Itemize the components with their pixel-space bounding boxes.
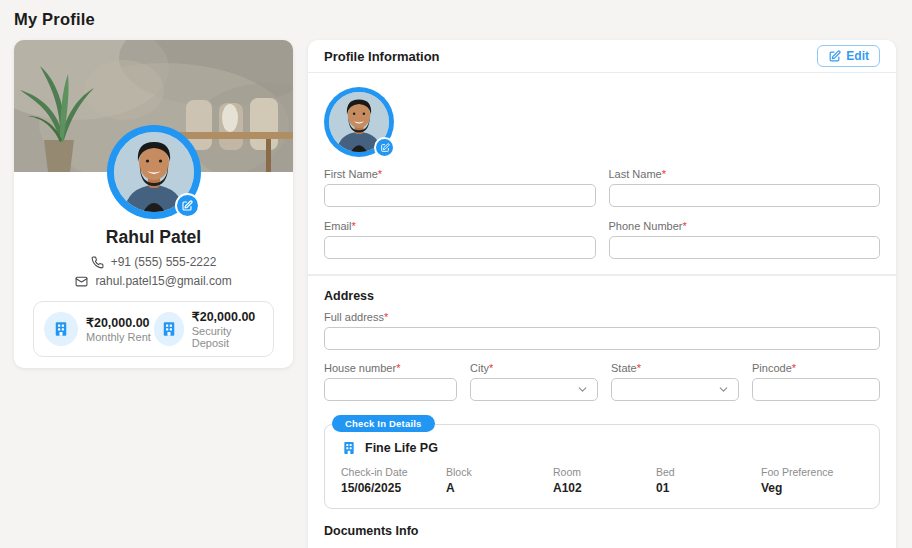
panel-header: Profile Information Edit	[308, 40, 896, 73]
required-asterisk: *	[792, 362, 796, 374]
rent-stats-box: ₹20,000.00 Monthly Rent ₹20,000.00 Secur…	[33, 301, 274, 357]
chevron-down-icon	[576, 383, 589, 396]
user-name: Rahul Patel	[14, 227, 293, 248]
full-address-input[interactable]	[324, 327, 880, 350]
mail-icon	[75, 275, 88, 288]
edit-pencil-icon	[380, 143, 390, 153]
city-select[interactable]	[470, 378, 598, 401]
form-avatar	[324, 87, 394, 157]
last-name-field-group: Last Name*	[609, 168, 881, 207]
bed-item: Bed 01	[656, 466, 761, 495]
profile-summary-card: Rahul Patel +91 (555) 555-2222 rahul.pat…	[14, 40, 293, 368]
required-asterisk: *	[637, 362, 641, 374]
panel-title: Profile Information	[324, 49, 440, 64]
food-preference-value: Veg	[761, 481, 863, 495]
food-preference-item: Foo Preference Veg	[761, 466, 863, 495]
checkin-details-badge: Check In Details	[332, 415, 435, 432]
monthly-rent-label: Monthly Rent	[86, 331, 151, 343]
city-label: City	[470, 362, 489, 374]
full-address-label: Full address	[324, 311, 384, 323]
email-label: Email	[324, 220, 352, 232]
last-name-label: Last Name	[609, 168, 662, 180]
email-field-group: Email*	[324, 220, 596, 259]
edit-pencil-icon	[181, 200, 193, 212]
checkin-date-item: Check-in Date 15/06/2025	[341, 466, 446, 495]
block-label: Block	[446, 466, 553, 478]
profile-information-panel: Profile Information Edit First Name* Las…	[308, 40, 896, 548]
house-number-label: House number	[324, 362, 396, 374]
monthly-rent-amount: ₹20,000.00	[86, 315, 151, 330]
first-name-field-group: First Name*	[324, 168, 596, 207]
required-asterisk: *	[378, 168, 382, 180]
checkin-date-label: Check-in Date	[341, 466, 446, 478]
checkin-date-value: 15/06/2025	[341, 481, 446, 495]
security-deposit-label: Security Deposit	[192, 325, 263, 349]
building-icon	[44, 312, 78, 346]
required-asterisk: *	[489, 362, 493, 374]
pincode-input[interactable]	[752, 378, 880, 401]
profile-avatar	[107, 125, 201, 219]
required-asterisk: *	[683, 220, 687, 232]
house-number-input[interactable]	[324, 378, 457, 401]
food-preference-label: Foo Preference	[761, 466, 863, 478]
edit-pencil-icon	[828, 50, 841, 63]
section-divider	[308, 274, 896, 276]
email-input[interactable]	[324, 236, 596, 259]
avatar-edit-button[interactable]	[175, 193, 200, 218]
block-item: Block A	[446, 466, 553, 495]
chevron-down-icon	[717, 383, 730, 396]
building-icon	[154, 312, 184, 346]
edit-button[interactable]: Edit	[817, 45, 880, 67]
user-email: rahul.patel15@gmail.com	[95, 274, 231, 288]
property-name: Fine Life PG	[365, 441, 438, 455]
checkin-details-card: Fine Life PG Check-in Date 15/06/2025 Bl…	[324, 424, 880, 509]
pincode-field-group: Pincode*	[752, 362, 880, 401]
full-address-field-group: Full address*	[324, 311, 880, 350]
last-name-input[interactable]	[609, 184, 881, 207]
user-phone: +91 (555) 555-2222	[111, 255, 217, 269]
room-value: A102	[553, 481, 656, 495]
city-field-group: City*	[470, 362, 598, 401]
monthly-rent-stat: ₹20,000.00 Monthly Rent	[44, 312, 154, 346]
required-asterisk: *	[396, 362, 400, 374]
room-item: Room A102	[553, 466, 656, 495]
first-name-input[interactable]	[324, 184, 596, 207]
house-number-field-group: House number*	[324, 362, 457, 401]
room-label: Room	[553, 466, 656, 478]
security-deposit-amount: ₹20,000.00	[192, 309, 263, 324]
state-field-group: State*	[611, 362, 739, 401]
bed-label: Bed	[656, 466, 761, 478]
documents-info-heading: Documents Info	[324, 524, 880, 538]
phone-row: +91 (555) 555-2222	[14, 255, 293, 269]
form-avatar-edit-button[interactable]	[374, 137, 395, 158]
checkin-details-section: Check In Details Fine Life PG Check-in D…	[324, 424, 880, 509]
state-select[interactable]	[611, 378, 739, 401]
phone-number-label: Phone Number	[609, 220, 683, 232]
block-value: A	[446, 481, 553, 495]
edit-button-label: Edit	[846, 49, 869, 63]
state-label: State	[611, 362, 637, 374]
bed-value: 01	[656, 481, 761, 495]
building-icon	[341, 440, 357, 456]
required-asterisk: *	[352, 220, 356, 232]
phone-icon	[91, 256, 104, 269]
pincode-label: Pincode	[752, 362, 792, 374]
first-name-label: First Name	[324, 168, 378, 180]
page-title: My Profile	[14, 10, 95, 29]
phone-number-input[interactable]	[609, 236, 881, 259]
required-asterisk: *	[662, 168, 666, 180]
security-deposit-stat: ₹20,000.00 Security Deposit	[154, 309, 264, 349]
email-row: rahul.patel15@gmail.com	[14, 274, 293, 288]
address-heading: Address	[324, 289, 880, 303]
phone-number-field-group: Phone Number*	[609, 220, 881, 259]
property-row: Fine Life PG	[341, 440, 863, 456]
required-asterisk: *	[384, 311, 388, 323]
